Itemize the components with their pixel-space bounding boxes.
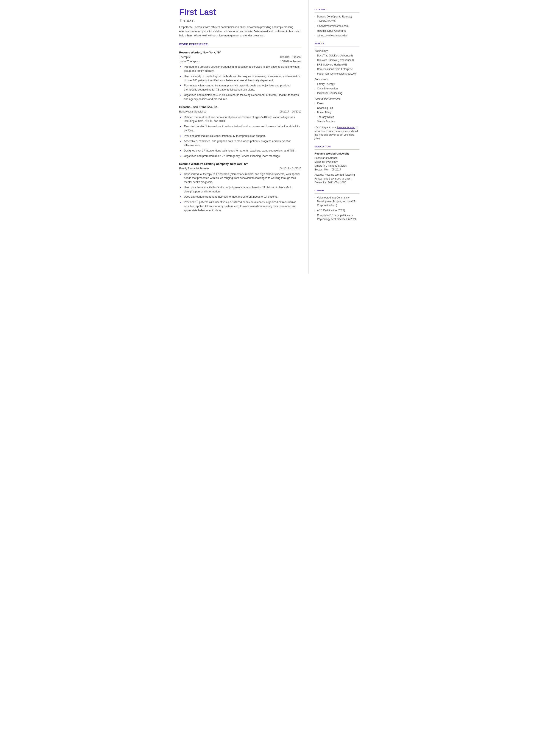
contact-item-4: github.com/resumeworded: [315, 34, 359, 38]
skill-0-4: Fagerman Technologies MedLook: [315, 72, 359, 76]
contact-item-3: linkedin.com/in/username: [315, 29, 359, 33]
job-dates-1b: 10/2018 – Present: [280, 60, 301, 63]
bullet-3-1: Gave individual therapy to 17 children (…: [180, 172, 301, 184]
job-company-1: Resume Worded, New York, NY: [179, 50, 301, 55]
skill-category-0: Technology:: [315, 49, 359, 53]
job-role-2a: Behavioural Specialist: [179, 110, 206, 114]
job-bullets-1: Planned and provided direct therapeutic …: [179, 65, 301, 101]
bullet-2-6: Organized and promoted about 27 Interage…: [180, 154, 301, 158]
job-block-1: Resume Worded, New York, NY Therapist 07…: [179, 50, 301, 101]
promo-link[interactable]: Resume Worded: [337, 126, 355, 129]
edu-major: Major in Psychology: [315, 160, 359, 164]
contact-list: Denver, OH (Open to Remote) +1-234-456-7…: [315, 14, 359, 38]
job-title-row-2a: Behavioural Specialist 05/2017 – 10/2019: [179, 110, 301, 114]
skill-2-4: Simple Practice: [315, 120, 359, 124]
header-name: First Last: [179, 8, 301, 17]
skill-0-3: Core Solutions Care Enterprise: [315, 67, 359, 71]
bullet-3-4: Provided 18 patients with incentives (i.…: [180, 200, 301, 212]
job-block-3: Resume Worded's Exciting Company, New Yo…: [179, 162, 301, 212]
job-title-row-1a: Therapist 07/2019 – Present: [179, 55, 301, 59]
resume-page: First Last Therapist Empathetic Therapis…: [171, 0, 365, 274]
bullet-2-3: Provided detailed clinical consultation …: [180, 134, 301, 138]
edu-location-date: Boston, MA — 05/2017: [315, 168, 359, 172]
bullet-2-2: Executed detailed interventions to reduc…: [180, 125, 301, 133]
job-bullets-3: Gave individual therapy to 17 children (…: [179, 172, 301, 212]
bullet-1-1: Planned and provided direct therapeutic …: [180, 65, 301, 73]
job-company-2: Growthsi, San Francisco, CA: [179, 105, 301, 109]
job-role-1a: Therapist: [179, 55, 190, 59]
bullet-2-5: Designed over 17 interventions technique…: [180, 149, 301, 153]
skill-0-0: DocuTrac QuicDoc (Advanced): [315, 54, 359, 58]
other-section: OTHER Volunteered in a Community Develop…: [315, 189, 359, 221]
edu-school: Resume Worded University: [315, 152, 359, 156]
promo-note: · Don't forget to use Resume Worded to s…: [315, 126, 359, 141]
bullet-3-3: Used appropriate treatment methods to me…: [180, 195, 301, 199]
skill-1-0: Family Therapy: [315, 82, 359, 86]
bullet-2-4: Assembled, examined, and graphed data to…: [180, 139, 301, 147]
contact-item-0: Denver, OH (Open to Remote): [315, 14, 359, 18]
other-item-0: Volunteered in a Community Development P…: [315, 196, 359, 207]
education-section: EDUCATION Resume Worded University Bache…: [315, 145, 359, 184]
job-block-2: Growthsi, San Francisco, CA Behavioural …: [179, 105, 301, 158]
job-dates-3a: 08/2012 – 01/2015: [280, 167, 301, 170]
edu-degree: Bachelor of Science: [315, 156, 359, 160]
skill-0-2: BRB Software HorizonMIS: [315, 63, 359, 67]
skills-heading: SKILLS: [315, 42, 359, 46]
education-heading: EDUCATION: [315, 145, 359, 150]
bullet-3-2: Used play therapy activities and a nonju…: [180, 185, 301, 194]
job-company-3: Resume Worded's Exciting Company, New Yo…: [179, 162, 301, 166]
other-item-1: ABC Certification (2022): [315, 209, 359, 212]
skill-1-1: Crisis Intervention: [315, 87, 359, 91]
edu-awards: Awards: Resume Worded Teaching Fellow (o…: [315, 173, 359, 184]
job-role-3a: Family Therapist Trainee: [179, 167, 209, 171]
header-title: Therapist: [179, 18, 301, 23]
edu-minors: Minors in Childhood Studies: [315, 164, 359, 168]
skill-category-2: Tools and Frameworks:: [315, 97, 359, 101]
right-column: CONTACT Denver, OH (Open to Remote) +1-2…: [309, 0, 365, 274]
work-experience-heading: WORK EXPERIENCE: [179, 42, 301, 47]
job-dates-2a: 05/2017 – 10/2019: [280, 110, 301, 114]
job-dates-1a: 07/2019 – Present: [280, 55, 301, 59]
header-summary: Empathetic Therapist with efficient comm…: [179, 25, 301, 38]
bullet-2-1: Refined the treatment and behavioural pl…: [180, 115, 301, 124]
skill-list-1: Family Therapy Crisis Intervention Indiv…: [315, 82, 359, 95]
bullet-1-4: Organized and maintained 402 clinical re…: [180, 93, 301, 101]
contact-section: CONTACT Denver, OH (Open to Remote) +1-2…: [315, 8, 359, 38]
job-title-row-3a: Family Therapist Trainee 08/2012 – 01/20…: [179, 167, 301, 171]
skills-section: SKILLS Technology: DocuTrac QuicDoc (Adv…: [315, 42, 359, 140]
other-list: Volunteered in a Community Development P…: [315, 196, 359, 221]
contact-item-1: +1-234-456-789: [315, 19, 359, 23]
skill-list-2: Kareo Coaching Loft Power Diary Therapy …: [315, 101, 359, 124]
job-title-row-1b: Junior Therapist 10/2018 – Present: [179, 60, 301, 64]
other-item-2: Completed 10+ competitions on Psychology…: [315, 213, 359, 221]
other-heading: OTHER: [315, 189, 359, 193]
bullet-1-3: Formulated client-centred treatment plan…: [180, 84, 301, 92]
left-column: First Last Therapist Empathetic Therapis…: [171, 0, 309, 274]
job-role-1b: Junior Therapist: [179, 60, 198, 64]
skill-2-1: Coaching Loft: [315, 106, 359, 110]
bullet-1-2: Used a variety of psychological methods …: [180, 74, 301, 83]
skill-2-0: Kareo: [315, 101, 359, 105]
contact-heading: CONTACT: [315, 8, 359, 13]
job-bullets-2: Refined the treatment and behavioural pl…: [179, 115, 301, 158]
skill-2-2: Power Diary: [315, 111, 359, 114]
skill-1-2: Individual Counselling: [315, 91, 359, 95]
skill-category-1: Techniques:: [315, 77, 359, 81]
skill-0-1: Clinivate Clinitrak (Experienced): [315, 58, 359, 62]
skill-list-0: DocuTrac QuicDoc (Advanced) Clinivate Cl…: [315, 54, 359, 76]
contact-item-2: email@resumeworded.com: [315, 24, 359, 28]
skill-2-3: Therapy Notes: [315, 115, 359, 119]
